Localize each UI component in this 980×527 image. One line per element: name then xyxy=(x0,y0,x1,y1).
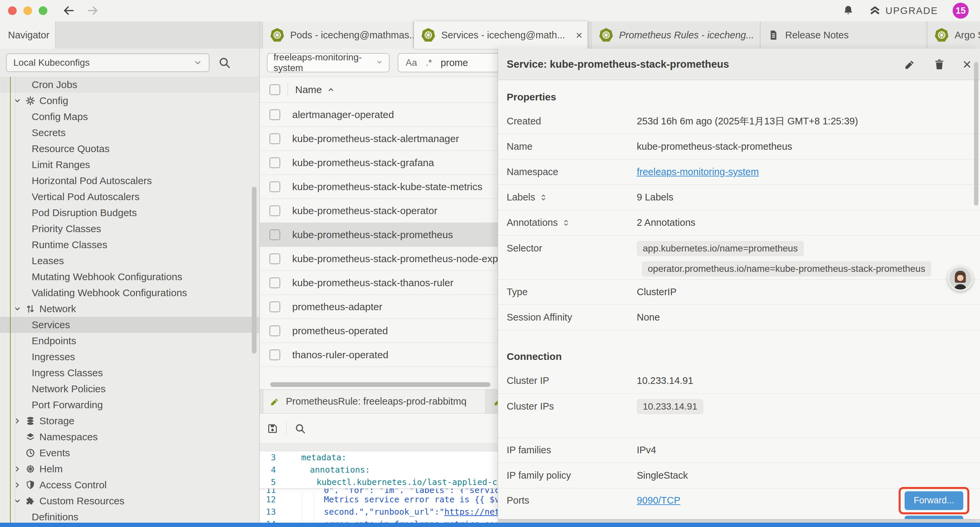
forward-button-wrap: Forward... xyxy=(905,516,963,519)
upgrade-button[interactable]: UPGRADE xyxy=(869,5,938,17)
row-checkbox[interactable] xyxy=(269,182,280,192)
notification-count-badge[interactable]: 15 xyxy=(953,3,969,19)
close-panel-icon[interactable]: × xyxy=(963,57,971,72)
sidebar-item-mutating-webhook-configurations[interactable]: Mutating Webhook Configurations xyxy=(0,269,259,285)
sidebar-item-custom-resources[interactable]: Custom Resources xyxy=(0,493,259,509)
select-all-checkbox[interactable] xyxy=(269,84,280,95)
sidebar-item-validating-webhook-configurations[interactable]: Validating Webhook Configurations xyxy=(0,285,259,301)
table-row-kube-prometheus-stack-operator[interactable]: kube-prometheus-stack-operator xyxy=(260,199,498,223)
zoom-window-button[interactable] xyxy=(39,6,48,15)
delete-trash-icon[interactable] xyxy=(933,58,945,70)
table-row-kube-prometheus-stack-thanos-ruler[interactable]: kube-prometheus-stack-thanos-ruler xyxy=(260,271,498,295)
tab-prometheus-rules-icecheng[interactable]: Prometheus Rules - icecheng... xyxy=(592,21,760,49)
name-column-header[interactable]: Name xyxy=(295,84,322,96)
sidebar-item-leases[interactable]: Leases xyxy=(0,253,259,269)
table-row-prometheus-operated[interactable]: prometheus-operated xyxy=(260,319,498,343)
tab-argo-se[interactable]: Argo Se xyxy=(927,21,980,49)
assistant-avatar[interactable] xyxy=(948,266,973,291)
sidebar-item-endpoints[interactable]: Endpoints xyxy=(0,333,259,349)
filter-input[interactable]: Aa .* prome xyxy=(398,53,498,72)
detail-row-type: TypeClusterIP xyxy=(498,280,980,305)
regex-toggle[interactable]: .* xyxy=(426,57,432,68)
sidebar-search-icon[interactable] xyxy=(218,56,231,69)
sidebar-item-label: Cron Jobs xyxy=(32,79,77,91)
sidebar-item-ingresses[interactable]: Ingresses xyxy=(0,349,259,365)
sidebar-item-services[interactable]: Services xyxy=(0,317,259,333)
port-link[interactable]: 9090/TCP xyxy=(637,495,681,506)
navigator-sidebar: Local Kubeconfigs Cron JobsConfigConfig … xyxy=(0,49,259,527)
list-horizontal-scrollbar[interactable] xyxy=(270,382,490,387)
tab-services-icecheng-math[interactable]: Services - icecheng@math...× xyxy=(414,21,588,49)
detail-label-text: Labels xyxy=(507,192,535,203)
forward-arrow-icon[interactable] xyxy=(87,5,99,17)
row-checkbox[interactable] xyxy=(269,205,280,216)
sidebar-item-port-forwarding[interactable]: Port Forwarding xyxy=(0,397,259,413)
tab-pods-icecheng-mathmas[interactable]: Pods - icecheng@mathmas... xyxy=(262,21,414,49)
close-tab-icon[interactable]: × xyxy=(576,29,582,41)
row-checkbox[interactable] xyxy=(269,158,280,168)
table-row-thanos-ruler-operated[interactable]: thanos-ruler-operated xyxy=(260,343,498,367)
tab-release-notes[interactable]: Release Notes xyxy=(760,21,927,49)
sidebar-item-access-control[interactable]: Access Control xyxy=(0,477,259,493)
tab-prometheusrule-editor[interactable]: PrometheusRule: freeleaps-prod-rabbitmq xyxy=(263,390,486,413)
yaml-editor[interactable]: 3metadata:4annotations:5kubectl.kubernet… xyxy=(260,451,498,527)
close-window-button[interactable] xyxy=(8,6,17,15)
sidebar-item-resource-quotas[interactable]: Resource Quotas xyxy=(0,141,259,157)
detail-label-text: Created xyxy=(507,116,541,127)
minimize-window-button[interactable] xyxy=(23,6,32,15)
table-row-kube-prometheus-stack-alertmanager[interactable]: kube-prometheus-stack-alertmanager xyxy=(260,127,498,151)
notifications-bell-icon[interactable] xyxy=(842,5,854,17)
row-checkbox[interactable] xyxy=(269,350,280,360)
row-checkbox[interactable] xyxy=(269,277,280,288)
sidebar-item-limit-ranges[interactable]: Limit Ranges xyxy=(0,157,259,173)
sidebar-item-ingress-classes[interactable]: Ingress Classes xyxy=(0,365,259,381)
sidebar-item-storage[interactable]: Storage xyxy=(0,413,259,429)
sidebar-item-events[interactable]: Events xyxy=(0,445,259,461)
sidebar-item-config-maps[interactable]: Config Maps xyxy=(0,109,259,125)
row-checkbox[interactable] xyxy=(269,326,280,336)
sidebar-item-namespaces[interactable]: Namespaces xyxy=(0,429,259,445)
row-checkbox[interactable] xyxy=(269,253,280,264)
row-checkbox[interactable] xyxy=(269,134,280,144)
sidebar-item-cron-jobs[interactable]: Cron Jobs xyxy=(0,77,259,93)
service-name: kube-prometheus-stack-alertmanager xyxy=(292,133,459,145)
sidebar-item-vertical-pod-autoscalers[interactable]: Vertical Pod Autoscalers xyxy=(0,189,259,205)
namespace-link[interactable]: freeleaps-monitoring-system xyxy=(637,166,759,177)
sidebar-item-secrets[interactable]: Secrets xyxy=(0,125,259,141)
editor-search-icon[interactable] xyxy=(294,423,306,434)
namespace-selector[interactable]: freeleaps-monitoring-system xyxy=(267,53,390,72)
table-row-prometheus-adapter[interactable]: prometheus-adapter xyxy=(260,295,498,319)
save-icon[interactable] xyxy=(267,423,278,434)
match-case-toggle[interactable]: Aa xyxy=(406,57,417,68)
tab-editor-second[interactable] xyxy=(488,390,498,413)
row-checkbox[interactable] xyxy=(269,110,280,120)
sidebar-item-horizontal-pod-autoscalers[interactable]: Horizontal Pod Autoscalers xyxy=(0,173,259,189)
detail-label-text: Ports xyxy=(507,488,529,513)
sidebar-item-pod-disruption-budgets[interactable]: Pod Disruption Budgets xyxy=(0,205,259,221)
sidebar-item-network-policies[interactable]: Network Policies xyxy=(0,381,259,397)
sidebar-item-network[interactable]: Network xyxy=(0,301,259,317)
table-row-kube-prometheus-stack-grafana[interactable]: kube-prometheus-stack-grafana xyxy=(260,151,498,175)
tab-navigator[interactable]: Navigator xyxy=(0,21,56,49)
edit-pencil-icon[interactable] xyxy=(904,58,916,70)
table-row-alertmanager-operated[interactable]: alertmanager-operated xyxy=(260,103,498,127)
port-line: 8080:reloader-web/TCPForward... xyxy=(637,513,971,519)
sidebar-item-config[interactable]: Config xyxy=(0,93,259,109)
forward-button[interactable]: Forward... xyxy=(905,516,963,519)
sidebar-item-runtime-classes[interactable]: Runtime Classes xyxy=(0,237,259,253)
detail-panel-scrollbar[interactable] xyxy=(974,62,978,205)
table-row-kube-prometheus-stack-prometheus-node-exporter[interactable]: kube-prometheus-stack-prometheus-node-ex… xyxy=(260,247,498,271)
table-row-kube-prometheus-stack-prometheus[interactable]: kube-prometheus-stack-prometheus xyxy=(260,223,498,247)
sidebar-item-helm[interactable]: Helm xyxy=(0,461,259,477)
row-checkbox[interactable] xyxy=(269,229,280,240)
sidebar-scrollbar[interactable] xyxy=(252,187,256,353)
forward-button[interactable]: Forward... xyxy=(905,491,963,510)
service-name: kube-prometheus-stack-operator xyxy=(292,205,437,217)
sort-ascending-icon[interactable] xyxy=(327,86,334,93)
kubeconfig-selector[interactable]: Local Kubeconfigs xyxy=(6,53,210,72)
back-arrow-icon[interactable] xyxy=(63,5,75,17)
table-row-kube-prometheus-stack-kube-state-metrics[interactable]: kube-prometheus-stack-kube-state-metrics xyxy=(260,175,498,199)
row-checkbox[interactable] xyxy=(269,301,280,312)
chevron-down-icon xyxy=(376,59,383,67)
sidebar-item-priority-classes[interactable]: Priority Classes xyxy=(0,221,259,237)
